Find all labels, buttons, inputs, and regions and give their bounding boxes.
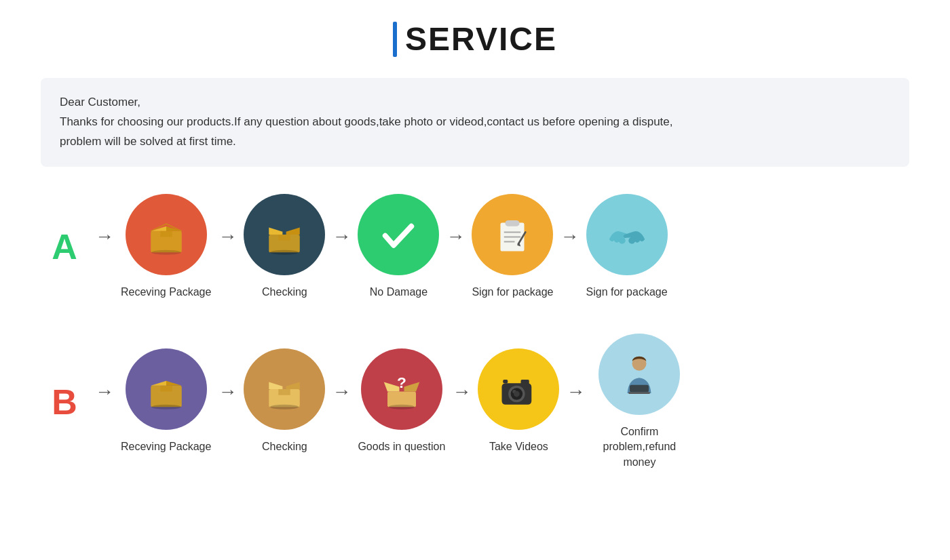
- person-sky-icon: [598, 334, 680, 415]
- flow-label-b5: Confirm problem,refund money: [592, 424, 687, 470]
- camera-yellow-icon: [478, 348, 559, 430]
- svg-rect-14: [160, 386, 172, 392]
- svg-point-21: [389, 405, 415, 409]
- flow-item-a2: Checking: [244, 194, 325, 300]
- svg-rect-31: [629, 392, 651, 394]
- package-red-icon: [126, 194, 207, 275]
- flow-label-a3: No Damage: [370, 285, 428, 300]
- flow-item-b5: Confirm problem,refund money: [592, 334, 687, 470]
- svg-rect-30: [630, 385, 649, 393]
- svg-rect-1: [160, 231, 172, 237]
- svg-point-18: [270, 405, 299, 409]
- notice-line2: Thanks for choosing our products.If any …: [60, 113, 890, 132]
- flow-item-b4: Take Videos: [478, 348, 559, 454]
- svg-point-2: [151, 249, 181, 254]
- svg-point-15: [151, 405, 181, 409]
- arrow-b3: →: [452, 381, 471, 423]
- arrow-a1: →: [218, 226, 237, 268]
- flow-label-a1: Receving Package: [121, 285, 211, 300]
- notice-line1: Dear Customer,: [60, 93, 890, 113]
- svg-rect-7: [506, 220, 520, 226]
- flow-row-a: A → Receving Package: [41, 194, 909, 300]
- flow-label-a4: Sign for package: [472, 285, 553, 300]
- notice-line3: problem will be solved at first time.: [60, 132, 890, 152]
- arrow-a3: →: [446, 226, 465, 268]
- row-a-label: A: [41, 226, 88, 267]
- flow-label-b4: Take Videos: [489, 439, 548, 454]
- svg-text:?: ?: [397, 374, 406, 392]
- package-purple-icon: [126, 348, 207, 430]
- flow-label-a2: Checking: [262, 285, 307, 300]
- flow-item-a4: Sign for package: [472, 194, 553, 300]
- flow-label-b2: Checking: [262, 439, 307, 454]
- flow-item-a3: No Damage: [358, 194, 439, 300]
- question-rose-icon: ?: [361, 348, 442, 430]
- title-accent-bar: [393, 22, 397, 57]
- notice-box: Dear Customer, Thanks for choosing our p…: [41, 78, 909, 167]
- handshake-blue-icon: [586, 194, 668, 275]
- arrow-a0: →: [95, 226, 114, 268]
- svg-point-28: [514, 391, 520, 397]
- package-dark-icon: [244, 194, 325, 275]
- arrow-a2: →: [332, 226, 351, 268]
- svg-point-5: [270, 249, 299, 254]
- flow-label-b3: Goods in question: [358, 439, 445, 454]
- page-title: SERVICE: [405, 20, 557, 58]
- arrow-b0: →: [95, 381, 114, 423]
- svg-rect-17: [279, 389, 291, 395]
- svg-rect-26: [521, 380, 529, 384]
- flow-section: A → Receving Package: [41, 194, 909, 471]
- arrow-b2: →: [332, 381, 351, 423]
- row-b-label: B: [41, 382, 88, 422]
- svg-rect-27: [504, 380, 508, 383]
- page-title-section: SERVICE: [393, 20, 557, 58]
- flow-label-a5: Sign for package: [586, 285, 668, 300]
- flow-item-b1: Receving Package: [121, 348, 211, 454]
- package-tan-icon: [244, 348, 325, 430]
- flow-item-b3: ? Goods in question: [358, 348, 445, 454]
- arrow-b1: →: [218, 381, 237, 423]
- flow-item-a5: Sign for package: [586, 194, 668, 300]
- flow-item-b2: Checking: [244, 348, 325, 454]
- arrow-a4: →: [560, 226, 580, 268]
- flow-label-b1: Receving Package: [121, 439, 211, 454]
- sign-orange-icon: [472, 194, 553, 275]
- arrow-b4: →: [566, 381, 585, 423]
- check-green-icon: [358, 194, 439, 275]
- flow-item-a1: Receving Package: [121, 194, 211, 300]
- flow-row-b: B → Receving Package →: [41, 334, 909, 470]
- svg-rect-4: [279, 235, 291, 241]
